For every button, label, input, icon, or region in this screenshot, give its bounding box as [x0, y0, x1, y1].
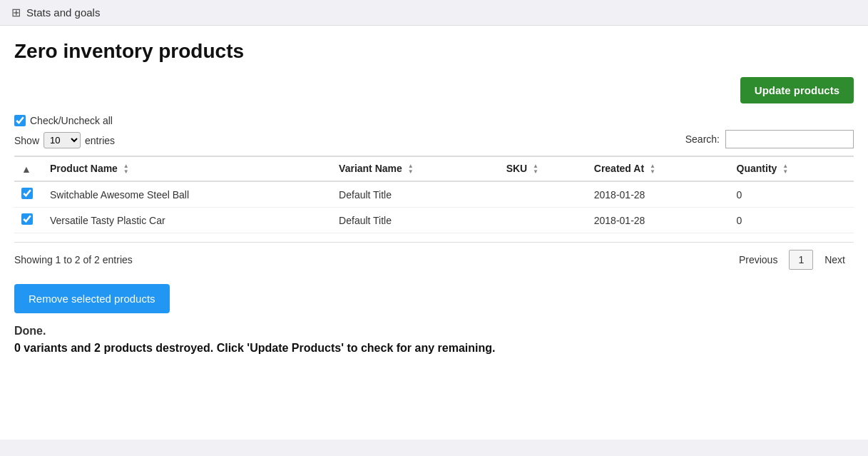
check-all-checkbox[interactable] — [14, 115, 26, 126]
result-section: Done. 0 variants and 2 products destroye… — [14, 325, 854, 355]
show-entries-row: Show 10 25 50 100 entries — [14, 132, 115, 148]
row-1-quantity: 0 — [730, 208, 854, 233]
col-product-name[interactable]: Product Name ▲▼ — [43, 156, 332, 181]
showing-text: Showing 1 to 2 of 2 entries — [14, 254, 133, 265]
left-controls: Check/Uncheck all Show 10 25 50 100 entr… — [14, 115, 115, 148]
row-0-checkbox[interactable] — [21, 188, 33, 199]
update-products-button[interactable]: Update products — [740, 77, 854, 103]
table-row: Versatile Tasty Plastic CarDefault Title… — [14, 208, 854, 233]
row-1-sku — [499, 208, 587, 233]
top-bar-title: Stats and goals — [26, 6, 100, 19]
row-0-product_name: Switchable Awesome Steel Ball — [43, 181, 332, 208]
toolbar-row: Update products — [14, 77, 854, 103]
row-1-created_at: 2018-01-28 — [587, 208, 730, 233]
entries-label: entries — [85, 135, 115, 146]
remove-row: Remove selected products — [14, 284, 854, 325]
col-sku[interactable]: SKU ▲▼ — [499, 156, 587, 181]
stats-icon: ⊞ — [11, 6, 21, 19]
previous-button[interactable]: Previous — [730, 250, 786, 270]
show-label: Show — [14, 135, 39, 146]
search-row: Search: — [685, 130, 854, 148]
col-quantity[interactable]: Quantity ▲▼ — [730, 156, 854, 181]
pagination-controls: Previous 1 Next — [730, 250, 854, 270]
col-checkbox: ▲ — [14, 156, 43, 181]
row-1-checkbox[interactable] — [21, 213, 33, 225]
table-row: Switchable Awesome Steel BallDefault Tit… — [14, 181, 854, 208]
remove-selected-button[interactable]: Remove selected products — [14, 284, 170, 313]
row-0-quantity: 0 — [730, 181, 854, 208]
search-input[interactable] — [725, 130, 854, 148]
entries-select[interactable]: 10 25 50 100 — [44, 132, 81, 148]
row-1-variant_name: Default Title — [332, 208, 499, 233]
top-bar: ⊞ Stats and goals — [0, 0, 868, 26]
col-created-at[interactable]: Created At ▲▼ — [587, 156, 730, 181]
col-variant-name[interactable]: Variant Name ▲▼ — [332, 156, 499, 181]
row-0-variant_name: Default Title — [332, 181, 499, 208]
result-message: 0 variants and 2 products destroyed. Cli… — [14, 342, 854, 355]
done-text: Done. — [14, 325, 854, 338]
main-content: Zero inventory products Update products … — [0, 26, 868, 440]
next-button[interactable]: Next — [816, 250, 854, 270]
row-0-created_at: 2018-01-28 — [587, 181, 730, 208]
current-page: 1 — [789, 250, 813, 270]
check-all-label: Check/Uncheck all — [30, 115, 113, 126]
row-0-sku — [499, 181, 587, 208]
row-1-product_name: Versatile Tasty Plastic Car — [43, 208, 332, 233]
products-table: ▲ Product Name ▲▼ Variant Name ▲▼ SKU ▲▼… — [14, 156, 854, 233]
check-all-row: Check/Uncheck all — [14, 115, 115, 126]
search-label: Search: — [685, 133, 720, 145]
page-title: Zero inventory products — [14, 40, 854, 63]
pagination-row: Showing 1 to 2 of 2 entries Previous 1 N… — [14, 242, 854, 270]
